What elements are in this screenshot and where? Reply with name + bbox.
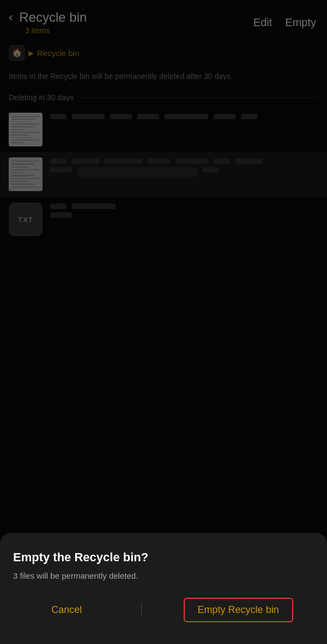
cancel-button[interactable]: Cancel xyxy=(34,600,99,620)
bottom-sheet-dialog: Empty the Recycle bin? 3 files will be p… xyxy=(0,533,327,644)
empty-recycle-bin-button[interactable]: Empty Recycle bin xyxy=(184,598,293,622)
dialog-description: 3 files will be permanently deleted. xyxy=(13,571,314,580)
dialog-actions: Cancel Empty Recycle bin xyxy=(13,598,314,622)
action-divider xyxy=(141,603,142,618)
dialog-title: Empty the Recycle bin? xyxy=(13,550,314,565)
